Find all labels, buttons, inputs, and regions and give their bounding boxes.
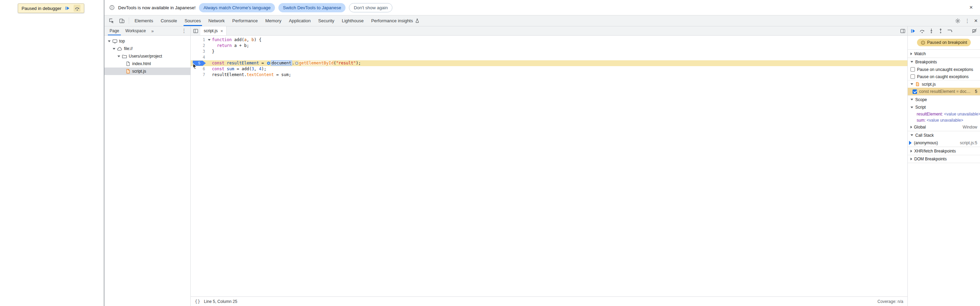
- switch-devtools-japanese-button[interactable]: Switch DevTools to Japanese: [278, 3, 345, 12]
- code-line-1: 1 function add(a, b) {: [191, 37, 907, 43]
- inspect-element-icon[interactable]: [107, 16, 117, 26]
- code-token: sum: [227, 67, 234, 71]
- code-line-2: 2 return a + b;: [191, 43, 907, 49]
- scope-script-group[interactable]: Script: [908, 104, 980, 111]
- breakpoint-file-group[interactable]: script.js: [908, 80, 980, 88]
- section-call-stack[interactable]: Call Stack: [908, 131, 980, 139]
- checkbox-checked[interactable]: [913, 89, 917, 94]
- tab-performance[interactable]: Performance: [228, 16, 261, 26]
- tab-console[interactable]: Console: [157, 16, 181, 26]
- infobar-message: DevTools is now available in Japanese!: [118, 5, 196, 10]
- line-number[interactable]: 2: [191, 43, 207, 49]
- settings-gear-icon[interactable]: [953, 18, 963, 24]
- code-line-5-paused: 5 const resultElement = document.getElem…: [191, 60, 907, 66]
- line-number[interactable]: 1: [191, 37, 207, 43]
- code-area[interactable]: 1 function add(a, b) { 2 return a + b; 3…: [191, 36, 907, 296]
- section-breakpoints[interactable]: Breakpoints: [908, 57, 980, 66]
- tab-sources[interactable]: Sources: [181, 16, 205, 26]
- experiment-flask-icon: [415, 19, 420, 23]
- navigator-toggle-icon[interactable]: [191, 26, 200, 35]
- expand-icon[interactable]: [118, 56, 120, 57]
- tree-item-script-js[interactable]: script.js: [105, 67, 190, 75]
- tab-lighthouse[interactable]: Lighthouse: [338, 16, 368, 26]
- code-line-3: 3 }: [191, 49, 907, 54]
- tree-item-file-scheme[interactable]: file://: [105, 45, 190, 53]
- resume-script-icon[interactable]: [64, 5, 71, 12]
- fold-arrow-icon[interactable]: [207, 39, 212, 41]
- scope-variable-resultelement[interactable]: resultElement: <value unavailable>: [908, 111, 980, 117]
- code-token: 4: [259, 67, 261, 71]
- close-devtools-icon[interactable]: ×: [972, 18, 980, 24]
- debugger-pane-toggle-icon[interactable]: [898, 26, 907, 35]
- step-out-button[interactable]: [938, 28, 943, 33]
- line-number[interactable]: 3: [191, 49, 207, 54]
- paused-on-breakpoint-badge: Paused on breakpoint: [917, 39, 971, 46]
- tab-application[interactable]: Application: [285, 16, 315, 26]
- code-token: resultElement: [227, 61, 259, 65]
- section-dom-breakpoints[interactable]: DOM Breakpoints: [908, 155, 980, 163]
- close-infobar-icon[interactable]: ×: [967, 4, 975, 11]
- token-getelementbyid[interactable]: getElementById: [299, 61, 334, 65]
- paused-message-row: Paused on breakpoint: [908, 36, 980, 49]
- callstack-frame-anonymous[interactable]: (anonymous)script.js:5: [908, 139, 980, 147]
- navigator-sidebar: Page Workspace » ⋮ top file://: [105, 26, 191, 306]
- current-frame-icon: [909, 141, 912, 145]
- line-number[interactable]: 4: [191, 54, 207, 60]
- tree-item-project-folder[interactable]: Users/user/project: [105, 53, 190, 60]
- info-icon: [109, 5, 115, 10]
- collapse-icon: [910, 158, 912, 160]
- pause-uncaught-exceptions-row[interactable]: Pause on uncaught exceptions: [908, 66, 980, 73]
- language-infobar: DevTools is now available in Japanese! A…: [105, 0, 980, 16]
- tab-security[interactable]: Security: [314, 16, 338, 26]
- code-token: [212, 43, 217, 48]
- tab-memory[interactable]: Memory: [262, 16, 285, 26]
- continue-to-location-marker[interactable]: [295, 62, 298, 65]
- resume-button[interactable]: [910, 29, 916, 33]
- deactivate-breakpoints-button[interactable]: [972, 28, 977, 33]
- tree-item-top[interactable]: top: [105, 37, 190, 45]
- step-over-button[interactable]: [920, 28, 925, 33]
- code-token: ,: [247, 37, 251, 42]
- scope-variable-sum[interactable]: sum: <value unavailable>: [908, 117, 980, 123]
- checkbox-unchecked[interactable]: [910, 74, 915, 79]
- tab-elements[interactable]: Elements: [131, 16, 157, 26]
- checkbox-unchecked[interactable]: [910, 67, 915, 72]
- tree-item-index-html[interactable]: index.html: [105, 60, 190, 67]
- step-into-button[interactable]: [929, 28, 934, 33]
- pause-caught-exceptions-row[interactable]: Pause on caught exceptions: [908, 73, 980, 80]
- expand-icon[interactable]: [113, 48, 115, 50]
- navigator-menu-icon[interactable]: ⋮: [181, 26, 190, 35]
- line-number[interactable]: 7: [191, 72, 207, 78]
- collapse-icon: [910, 126, 912, 129]
- screen: Paused in debugger DevTools is now avail…: [0, 0, 980, 306]
- editor-tab-scriptjs[interactable]: script.js ×: [200, 26, 227, 35]
- code-token: "result": [336, 61, 356, 65]
- section-watch[interactable]: Watch: [908, 49, 980, 57]
- code-token: ) {: [254, 37, 262, 42]
- more-options-icon[interactable]: ⋮: [963, 18, 972, 24]
- device-toolbar-icon[interactable]: [117, 16, 127, 26]
- tab-network[interactable]: Network: [205, 16, 229, 26]
- expand-icon[interactable]: [108, 40, 111, 42]
- continue-to-location-marker[interactable]: [267, 62, 270, 65]
- code-line-7: 7 resultElement.textContent = sum;: [191, 72, 907, 78]
- scope-global-row[interactable]: GlobalWindow: [908, 123, 980, 131]
- devtools-window: DevTools is now available in Japanese! A…: [105, 0, 980, 306]
- pretty-print-icon[interactable]: {}: [195, 299, 200, 304]
- more-tabs-icon[interactable]: »: [149, 26, 156, 35]
- always-match-language-button[interactable]: Always match Chrome's language: [199, 3, 275, 12]
- navigator-tab-workspace[interactable]: Workspace: [122, 26, 149, 35]
- breakpoint-entry-line5[interactable]: const resultElement = doc…5: [908, 88, 980, 95]
- code-token: = sum;: [274, 72, 291, 77]
- dont-show-again-button[interactable]: Don't show again: [349, 3, 392, 12]
- tab-performance-insights[interactable]: Performance insights: [368, 16, 423, 26]
- step-over-icon[interactable]: [74, 5, 81, 12]
- section-xhr-breakpoints[interactable]: XHR/fetch Breakpoints: [908, 147, 980, 155]
- code-token: const: [212, 61, 224, 65]
- code-token: );: [356, 61, 361, 65]
- close-tab-icon[interactable]: ×: [221, 29, 223, 33]
- section-scope[interactable]: Scope: [908, 95, 980, 104]
- token-document-selected[interactable]: document: [271, 60, 292, 66]
- step-button[interactable]: [947, 28, 953, 33]
- navigator-tab-page[interactable]: Page: [107, 26, 122, 35]
